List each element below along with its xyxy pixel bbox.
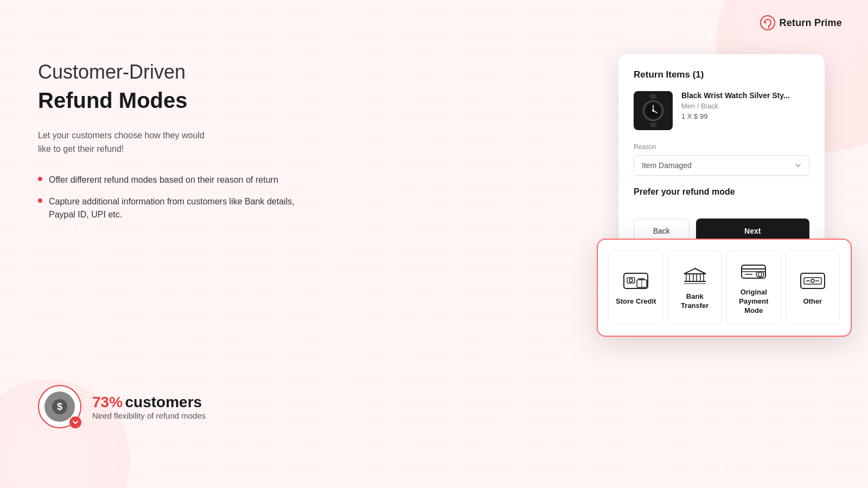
hero-title: Refund Modes [38,87,309,113]
reason-value: Item Damaged [642,161,692,170]
reason-label: Reason [634,143,809,151]
refund-modes-grid: Store Credit Bank Transfer [609,251,840,325]
svg-rect-19 [686,274,690,281]
left-content: Customer-Driven Refund Modes Let your cu… [38,60,309,247]
other-label: Other [803,297,822,306]
svg-marker-18 [684,268,706,274]
dollar-icon: $ [51,398,68,415]
stats-section: $ 73% customers Need flexibility of refu… [38,385,206,428]
product-row: Black Wrist Watch Silver Sty... Men / Bl… [634,91,809,130]
stats-percent: 73% [92,394,123,410]
feature-item-1: Offer different refund modes based on th… [38,174,309,187]
product-image [634,91,673,130]
watch-svg [639,94,667,127]
return-items-title: Return Items (1) [634,69,809,80]
refund-mode-original-payment[interactable]: Original Payment Mode [726,251,781,325]
svg-rect-21 [700,274,704,281]
right-panel: Return Items (1) Black Wrist Watch Silve… [618,54,825,259]
arrow-icon [69,416,81,428]
refund-modes-card: Store Credit Bank Transfer [597,239,852,337]
refund-mode-store-credit[interactable]: Store Credit [609,251,663,325]
main-card: Return Items (1) Black Wrist Watch Silve… [618,54,825,259]
bullet-1 [38,177,42,181]
bank-transfer-label: Bank Transfer [675,292,716,311]
original-payment-label: Original Payment Mode [733,288,774,316]
logo-icon [760,15,775,30]
product-info: Black Wrist Watch Silver Sty... Men / Bl… [681,91,809,120]
svg-text:$: $ [57,401,62,412]
chevron-down-icon [795,162,801,169]
store-credit-icon [623,271,649,291]
hero-subtitle: Customer-Driven [38,60,309,85]
svg-point-0 [761,16,775,30]
reason-select[interactable]: Item Damaged [634,155,809,176]
prefer-refund-title: Prefer your refund mode [618,176,825,206]
refund-mode-bank-transfer[interactable]: Bank Transfer [668,251,723,325]
stats-description: Need flexibility of refund modes [92,411,206,420]
logo-text: Return Prime [780,17,842,29]
store-credit-label: Store Credit [616,297,656,306]
features-list: Offer different refund modes based on th… [38,174,309,221]
feature-item-2: Capture additional information from cust… [38,195,309,221]
svg-point-13 [629,279,633,282]
stats-icon-inner: $ [44,391,75,422]
svg-rect-20 [693,274,697,281]
header: Return Prime [760,15,842,30]
svg-rect-5 [650,123,656,127]
svg-point-1 [768,28,769,29]
hero-description: Let your customers choose how they would… [38,129,309,156]
svg-rect-4 [650,94,656,99]
svg-point-32 [811,279,814,282]
bank-transfer-icon [682,266,708,286]
stats-customers: customers [125,394,202,410]
product-name: Black Wrist Watch Silver Sty... [681,91,809,100]
product-price: 1 X $ 99 [681,112,809,120]
refund-mode-other[interactable]: Other [786,251,840,325]
bullet-2 [38,198,42,203]
svg-point-10 [652,110,654,112]
stats-text: 73% customers Need flexibility of refund… [92,394,206,420]
original-payment-icon [741,262,767,281]
product-variant: Men / Black [681,102,809,110]
other-icon [800,271,826,291]
stats-icon-wrapper: $ [38,385,81,428]
